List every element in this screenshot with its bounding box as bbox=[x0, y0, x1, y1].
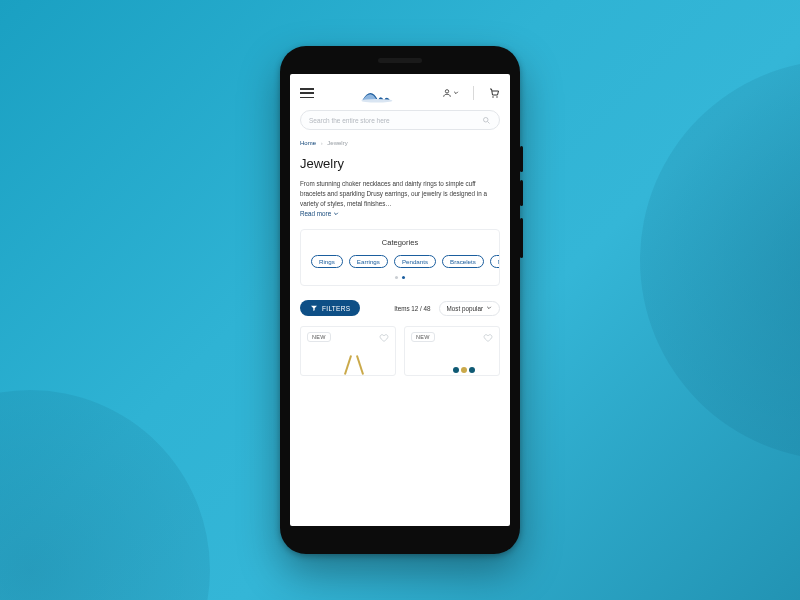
phone-side-button bbox=[520, 218, 523, 258]
header-divider bbox=[473, 86, 474, 100]
category-chip[interactable]: Bracelets bbox=[442, 255, 484, 268]
logo-icon bbox=[360, 82, 396, 104]
new-badge: NEW bbox=[411, 332, 435, 342]
cart-icon bbox=[488, 87, 500, 99]
phone-frame: Home › Jewelry Jewelry From stunning cho… bbox=[280, 46, 520, 554]
read-more-label: Read more bbox=[300, 210, 331, 217]
carousel-dots bbox=[301, 276, 499, 279]
items-count: Items 12 / 48 bbox=[394, 305, 430, 312]
new-badge: NEW bbox=[307, 332, 331, 342]
svg-line-5 bbox=[488, 121, 490, 123]
breadcrumb-separator: › bbox=[321, 140, 323, 146]
svg-point-1 bbox=[445, 90, 448, 93]
read-more-link[interactable]: Read more bbox=[300, 210, 339, 217]
wishlist-button[interactable] bbox=[483, 333, 493, 343]
chevron-down-icon bbox=[333, 211, 339, 217]
app-screen[interactable]: Home › Jewelry Jewelry From stunning cho… bbox=[290, 74, 510, 526]
carousel-dot[interactable] bbox=[395, 276, 398, 279]
menu-button[interactable] bbox=[300, 88, 314, 98]
brand-logo[interactable] bbox=[322, 82, 434, 104]
category-chip-row[interactable]: Rings Earrings Pendants Bracelets Ne bbox=[301, 255, 499, 268]
heart-icon bbox=[379, 333, 389, 343]
categories-title: Categories bbox=[301, 238, 499, 247]
heart-icon bbox=[483, 333, 493, 343]
app-header bbox=[290, 74, 510, 110]
page-description: From stunning choker necklaces and daint… bbox=[300, 179, 500, 208]
bg-decor-circle bbox=[0, 390, 210, 600]
user-icon bbox=[442, 88, 452, 98]
category-chip[interactable]: Ne bbox=[490, 255, 500, 268]
filters-button[interactable]: FILTERS bbox=[300, 300, 360, 316]
product-image bbox=[451, 361, 491, 375]
product-grid: NEW NEW bbox=[300, 326, 500, 376]
search-input[interactable] bbox=[309, 117, 482, 124]
account-button[interactable] bbox=[442, 88, 459, 98]
filter-icon bbox=[310, 304, 318, 312]
svg-point-3 bbox=[496, 96, 498, 98]
sort-dropdown[interactable]: Most popular bbox=[439, 301, 500, 316]
search-container bbox=[290, 110, 510, 138]
cart-button[interactable] bbox=[488, 87, 500, 99]
page-content: Home › Jewelry Jewelry From stunning cho… bbox=[290, 140, 510, 376]
page-title: Jewelry bbox=[300, 156, 500, 171]
product-card[interactable]: NEW bbox=[404, 326, 500, 376]
svg-point-4 bbox=[484, 117, 489, 122]
category-chip[interactable]: Rings bbox=[311, 255, 343, 268]
svg-point-0 bbox=[361, 99, 392, 103]
search-field[interactable] bbox=[300, 110, 500, 130]
category-chip[interactable]: Earrings bbox=[349, 255, 388, 268]
wishlist-button[interactable] bbox=[379, 333, 389, 343]
categories-panel: Categories Rings Earrings Pendants Brace… bbox=[300, 229, 500, 286]
category-chip[interactable]: Pendants bbox=[394, 255, 436, 268]
phone-side-button bbox=[520, 180, 523, 206]
breadcrumb-home-link[interactable]: Home bbox=[300, 140, 316, 146]
sort-label: Most popular bbox=[447, 305, 483, 312]
bg-decor-circle bbox=[640, 60, 800, 460]
carousel-dot-active[interactable] bbox=[402, 276, 405, 279]
product-image bbox=[341, 353, 371, 375]
chevron-down-icon bbox=[486, 305, 492, 311]
product-card[interactable]: NEW bbox=[300, 326, 396, 376]
filters-label: FILTERS bbox=[322, 305, 350, 312]
desktop-background: Home › Jewelry Jewelry From stunning cho… bbox=[0, 0, 800, 600]
breadcrumb: Home › Jewelry bbox=[300, 140, 500, 146]
chevron-down-icon bbox=[453, 90, 459, 96]
svg-point-2 bbox=[492, 96, 494, 98]
listing-toolbar: FILTERS Items 12 / 48 Most popular bbox=[300, 300, 500, 316]
breadcrumb-current: Jewelry bbox=[327, 140, 347, 146]
search-icon bbox=[482, 116, 491, 125]
phone-side-button bbox=[520, 146, 523, 172]
